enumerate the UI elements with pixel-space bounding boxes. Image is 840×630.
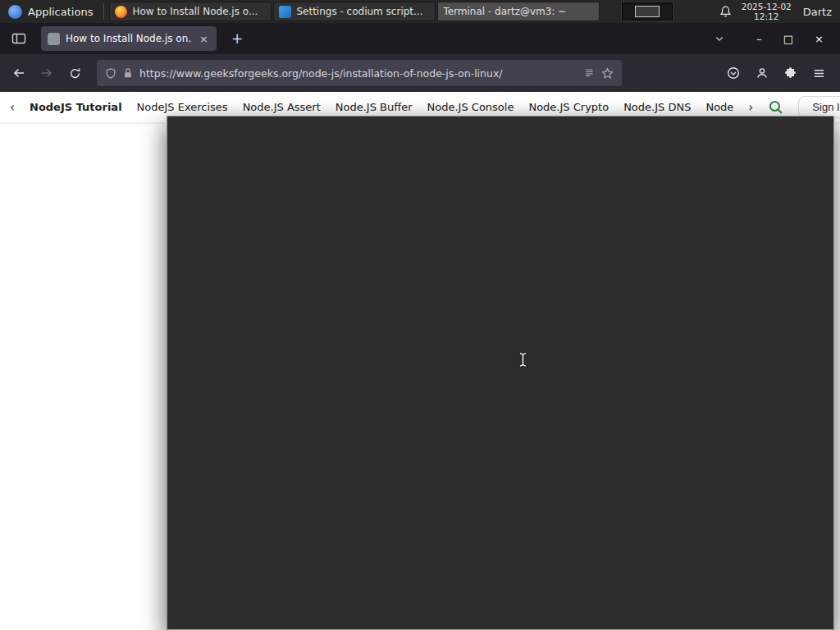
workspace-switcher[interactable] xyxy=(622,2,673,21)
back-arrow-icon xyxy=(12,66,25,80)
menu-hamburger-icon[interactable] xyxy=(813,67,825,80)
nav-item[interactable]: NodeJS Exercises xyxy=(137,101,228,113)
search-icon xyxy=(768,99,783,115)
window-button-list: How to Install Node.js o... Settings - c… xyxy=(108,0,600,23)
username-label: Dartz xyxy=(803,6,832,18)
nav-scroll-right-icon[interactable]: › xyxy=(748,100,753,115)
back-button[interactable] xyxy=(7,61,31,85)
applications-menu-icon xyxy=(8,5,22,19)
tab-close-icon[interactable]: × xyxy=(198,33,210,45)
top-panel: Applications How to Install Node.js o...… xyxy=(0,0,840,23)
notification-bell-icon[interactable] xyxy=(719,5,732,18)
window-maximize-button[interactable]: □ xyxy=(783,33,793,45)
new-tab-button[interactable]: + xyxy=(226,30,248,47)
nav-item[interactable]: Node xyxy=(705,101,733,113)
window-button[interactable]: How to Install Node.js o... xyxy=(109,2,272,21)
reload-icon xyxy=(69,67,81,80)
nav-scroll-left-icon[interactable]: ‹ xyxy=(10,100,15,115)
firefox-view-button[interactable] xyxy=(8,28,30,49)
site-favicon xyxy=(48,33,60,45)
account-icon[interactable] xyxy=(756,66,769,80)
clock-date: 2025-12-02 xyxy=(742,2,792,12)
navigation-toolbar: https://www.geeksforgeeks.org/node-js/in… xyxy=(0,54,840,92)
shield-icon[interactable] xyxy=(105,67,116,80)
terminal-icon xyxy=(167,116,834,630)
codium-icon xyxy=(279,6,291,18)
window-button-label: Settings - codium script... xyxy=(296,6,430,17)
reader-mode-icon[interactable] xyxy=(584,68,595,79)
nav-item[interactable]: Node.JS Crypto xyxy=(528,101,609,113)
nav-item[interactable]: NodeJS Tutorial xyxy=(30,101,122,113)
search-button[interactable] xyxy=(768,99,783,115)
tab-title: How to Install Node.js on... xyxy=(66,33,192,44)
window-button-label: Terminal - dartz@vm3: ~ xyxy=(443,6,594,17)
workspace-thumbnail xyxy=(635,6,660,17)
window-minimize-button[interactable]: – xyxy=(756,33,762,45)
window-button-label: How to Install Node.js o... xyxy=(132,6,266,17)
nav-item[interactable]: Node.JS DNS xyxy=(623,101,691,113)
nav-item[interactable]: Node.JS Console xyxy=(427,101,514,113)
window-button[interactable]: Settings - codium script... xyxy=(273,2,436,21)
window-button[interactable]: Terminal - dartz@vm3: ~ xyxy=(437,2,600,21)
sign-in-button[interactable]: Sign In xyxy=(798,96,840,118)
firefox-view-icon xyxy=(11,32,26,45)
site-nav-items: NodeJS Tutorial NodeJS Exercises Node.JS… xyxy=(30,101,733,113)
url-text[interactable]: https://www.geeksforgeeks.org/node-js/in… xyxy=(139,67,578,80)
panel-separator xyxy=(103,3,104,20)
list-all-tabs-button[interactable] xyxy=(709,28,730,49)
forward-arrow-icon xyxy=(40,66,53,80)
forward-button[interactable] xyxy=(34,61,59,85)
clock: 2025-12-02 12:12 xyxy=(742,2,792,22)
chevron-down-icon xyxy=(714,34,724,43)
url-bar[interactable]: https://www.geeksforgeeks.org/node-js/in… xyxy=(97,60,622,86)
toolbar-right-icons xyxy=(727,66,825,80)
bookmark-star-icon[interactable] xyxy=(601,67,614,80)
nav-item[interactable]: Node.JS Buffer xyxy=(336,101,413,113)
firefox-icon xyxy=(115,6,127,18)
applications-label: Applications xyxy=(28,6,93,18)
nav-item[interactable]: Node.JS Assert xyxy=(243,101,321,113)
pocket-icon[interactable] xyxy=(727,66,740,80)
tab-bar: How to Install Node.js on... × + – □ × xyxy=(0,23,840,54)
lock-icon[interactable] xyxy=(123,67,133,79)
applications-button[interactable]: Applications xyxy=(0,0,101,23)
window-controls: – □ × xyxy=(756,33,824,45)
extensions-puzzle-icon[interactable] xyxy=(784,66,797,80)
clock-time: 12:12 xyxy=(742,11,792,22)
reload-button[interactable] xyxy=(62,61,87,85)
panel-status-area: 2025-12-02 12:12 Dartz xyxy=(719,2,840,22)
window-close-button[interactable]: × xyxy=(815,33,824,45)
browser-tab[interactable]: How to Install Node.js on... × xyxy=(41,26,217,51)
